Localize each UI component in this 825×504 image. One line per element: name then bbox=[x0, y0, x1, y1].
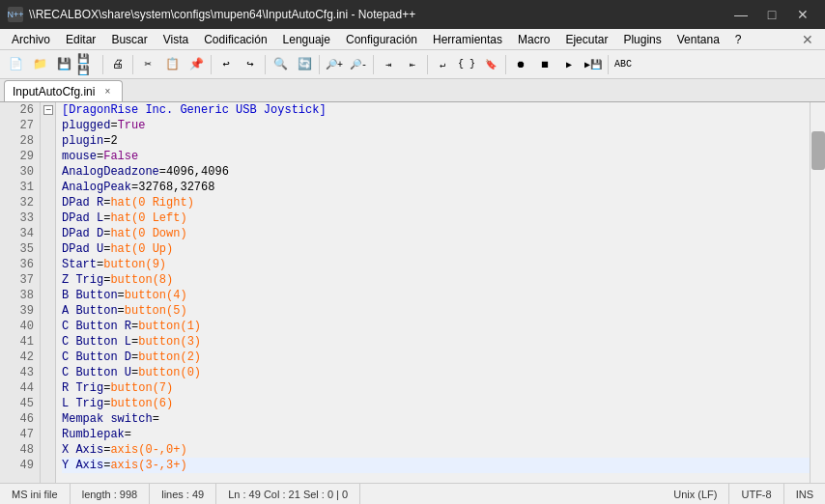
menu-ventana[interactable]: Ventana bbox=[669, 29, 727, 50]
code-line[interactable]: X Axis = axis(0-,0+) bbox=[62, 442, 810, 458]
code-line[interactable]: C Button L = button(3) bbox=[62, 334, 810, 350]
tb-replace[interactable]: 🔄 bbox=[293, 53, 316, 76]
code-line[interactable]: R Trig = button(7) bbox=[62, 380, 810, 396]
menu-codificacion[interactable]: Codificación bbox=[196, 29, 274, 50]
tb-saveall[interactable]: 💾💾 bbox=[76, 53, 100, 76]
menu-lenguaje[interactable]: Lenguaje bbox=[275, 29, 338, 50]
menu-plugins[interactable]: Plugins bbox=[615, 29, 669, 50]
tab-inputautocfg[interactable]: InputAutoCfg.ini × bbox=[4, 80, 123, 101]
code-line[interactable]: Start = button(9) bbox=[62, 257, 810, 272]
tb-redo[interactable]: ↪ bbox=[239, 53, 262, 76]
fold-cell[interactable] bbox=[41, 210, 56, 226]
code-line[interactable]: Mempak switch = bbox=[62, 411, 810, 427]
tab-bar: InputAutoCfg.ini × bbox=[0, 79, 825, 102]
code-line[interactable]: plugin = 2 bbox=[62, 133, 810, 149]
toolbar: 📄 📁 💾 💾💾 🖨 ✂ 📋 📌 ↩ ↪ 🔍 🔄 🔎+ 🔎- ⇥ ⇤ ↵ { }… bbox=[0, 50, 825, 79]
fold-cell[interactable] bbox=[41, 411, 56, 427]
menu-editar[interactable]: Editar bbox=[58, 29, 103, 50]
fold-cell[interactable]: − bbox=[41, 102, 56, 118]
fold-cell[interactable] bbox=[41, 195, 56, 210]
code-line[interactable]: DPad R = hat(0 Right) bbox=[62, 195, 810, 210]
fold-cell[interactable] bbox=[41, 396, 56, 411]
tb-undo[interactable]: ↩ bbox=[214, 53, 238, 76]
tb-copy[interactable]: 📋 bbox=[160, 53, 184, 76]
tb-macro-save[interactable]: ▶💾 bbox=[582, 53, 605, 76]
fold-cell[interactable] bbox=[41, 149, 56, 164]
tb-sep7 bbox=[427, 55, 428, 74]
fold-cell[interactable] bbox=[41, 257, 56, 272]
fold-cell[interactable] bbox=[41, 118, 56, 133]
tb-macro-play[interactable]: ▶ bbox=[557, 53, 581, 76]
menu-archivo[interactable]: Archivo bbox=[4, 29, 58, 50]
fold-cell[interactable] bbox=[41, 334, 56, 350]
fold-cell[interactable] bbox=[41, 180, 56, 195]
menu-herramientas[interactable]: Herramientas bbox=[425, 29, 510, 50]
tb-print[interactable]: 🖨 bbox=[106, 53, 129, 76]
tab-close-button[interactable]: × bbox=[100, 85, 114, 98]
close-button[interactable]: ✕ bbox=[788, 0, 817, 29]
code-line[interactable]: DPad U = hat(0 Up) bbox=[62, 241, 810, 257]
tb-paste[interactable]: 📌 bbox=[185, 53, 208, 76]
code-line[interactable]: [DragonRise Inc. Generic USB Joystick] bbox=[62, 102, 810, 118]
fold-cell[interactable] bbox=[41, 365, 56, 380]
code-line[interactable]: DPad L = hat(0 Left) bbox=[62, 210, 810, 226]
status-lines: lines : 49 bbox=[150, 484, 216, 505]
fold-cell[interactable] bbox=[41, 288, 56, 303]
code-area[interactable]: [DragonRise Inc. Generic USB Joystick] p… bbox=[56, 102, 810, 483]
code-line[interactable]: mouse = False bbox=[62, 149, 810, 164]
code-line[interactable]: Y Axis = axis(3-,3+) bbox=[62, 458, 810, 473]
tb-macro-stop[interactable]: ⏹ bbox=[533, 53, 556, 76]
code-line[interactable]: AnalogDeadzone = 4096,4096 bbox=[62, 164, 810, 180]
tb-indent[interactable]: ⇥ bbox=[377, 53, 400, 76]
code-line[interactable]: C Button R = button(1) bbox=[62, 319, 810, 334]
menu-vista[interactable]: Vista bbox=[156, 29, 196, 50]
scrollbar-thumb[interactable] bbox=[811, 131, 825, 170]
scrollbar[interactable] bbox=[810, 102, 825, 483]
fold-cell[interactable] bbox=[41, 241, 56, 257]
tb-save[interactable]: 💾 bbox=[52, 53, 75, 76]
tb-wordwrap[interactable]: ↵ bbox=[431, 53, 454, 76]
code-line[interactable]: C Button U = button(0) bbox=[62, 365, 810, 380]
tb-syntax[interactable]: { } bbox=[455, 53, 478, 76]
menu-macro[interactable]: Macro bbox=[510, 29, 557, 50]
code-line[interactable]: Z Trig = button(8) bbox=[62, 272, 810, 288]
tb-sep5 bbox=[319, 55, 320, 74]
fold-cell[interactable] bbox=[41, 319, 56, 334]
code-line[interactable]: AnalogPeak = 32768,32768 bbox=[62, 180, 810, 195]
tb-zoomout[interactable]: 🔎- bbox=[347, 53, 370, 76]
fold-cell[interactable] bbox=[41, 303, 56, 319]
tb-cut[interactable]: ✂ bbox=[136, 53, 159, 76]
tb-zoomin[interactable]: 🔎+ bbox=[323, 53, 346, 76]
tb-spellcheck[interactable]: ABC bbox=[612, 53, 635, 76]
fold-cell[interactable] bbox=[41, 164, 56, 180]
tb-macro-rec[interactable]: ⏺ bbox=[509, 53, 532, 76]
code-line[interactable]: L Trig = button(6) bbox=[62, 396, 810, 411]
tb-open[interactable]: 📁 bbox=[28, 53, 51, 76]
menu-buscar[interactable]: Buscar bbox=[103, 29, 155, 50]
menu-close-x[interactable]: ✕ bbox=[794, 29, 821, 50]
fold-cell[interactable] bbox=[41, 380, 56, 396]
tb-unindent[interactable]: ⇤ bbox=[401, 53, 424, 76]
app-icon: N++ bbox=[8, 7, 23, 22]
code-line[interactable]: C Button D = button(2) bbox=[62, 350, 810, 365]
fold-cell[interactable] bbox=[41, 427, 56, 442]
menu-ejecutar[interactable]: Ejecutar bbox=[557, 29, 615, 50]
fold-cell[interactable] bbox=[41, 458, 56, 473]
code-line[interactable]: DPad D = hat(0 Down) bbox=[62, 226, 810, 241]
code-line[interactable]: A Button = button(5) bbox=[62, 303, 810, 319]
tb-new[interactable]: 📄 bbox=[4, 53, 27, 76]
code-line[interactable]: B Button = button(4) bbox=[62, 288, 810, 303]
fold-cell[interactable] bbox=[41, 350, 56, 365]
fold-cell[interactable] bbox=[41, 133, 56, 149]
code-line[interactable]: plugged = True bbox=[62, 118, 810, 133]
code-line[interactable]: Rumblepak = bbox=[62, 427, 810, 442]
minimize-button[interactable]: — bbox=[726, 0, 755, 29]
fold-cell[interactable] bbox=[41, 226, 56, 241]
maximize-button[interactable]: □ bbox=[757, 0, 786, 29]
menu-configuracion[interactable]: Configuración bbox=[338, 29, 425, 50]
menu-help[interactable]: ? bbox=[727, 29, 750, 50]
tb-find[interactable]: 🔍 bbox=[269, 53, 292, 76]
tb-marker[interactable]: 🔖 bbox=[479, 53, 502, 76]
fold-cell[interactable] bbox=[41, 272, 56, 288]
fold-cell[interactable] bbox=[41, 442, 56, 458]
